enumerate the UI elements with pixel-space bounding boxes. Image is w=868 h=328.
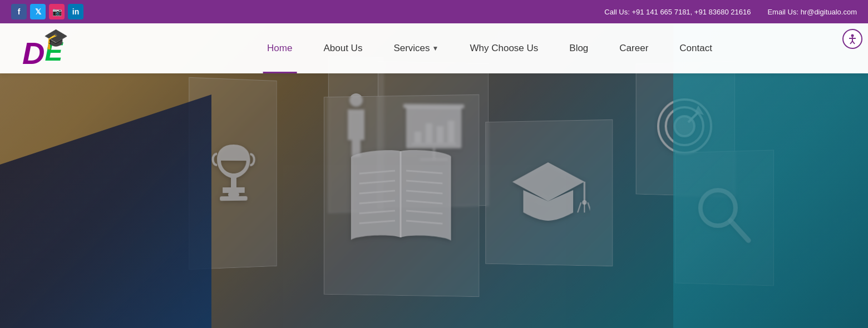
hero-section: 🎓 D E Home About Us Services ▼ Why Choos… <box>0 23 868 328</box>
instagram-icon[interactable]: 📷 <box>49 4 65 19</box>
nav-blog[interactable]: Blog <box>554 23 604 73</box>
svg-point-38 <box>851 34 854 37</box>
contact-info: Call Us: +91 141 665 7181, +91 83680 216… <box>604 8 857 16</box>
call-info: Call Us: +91 141 665 7181, +91 83680 216… <box>604 8 751 16</box>
accessibility-icon <box>847 33 858 44</box>
twitter-icon[interactable]: 𝕏 <box>30 4 46 19</box>
accessibility-button[interactable] <box>842 29 862 49</box>
social-icons: f 𝕏 📷 in <box>11 4 83 19</box>
services-chevron-icon: ▼ <box>432 44 439 52</box>
nav-home[interactable]: Home <box>251 23 308 73</box>
svg-line-42 <box>852 41 855 44</box>
navbar: 🎓 D E Home About Us Services ▼ Why Choos… <box>0 23 868 73</box>
graduation-hat-icon: 🎓 <box>43 27 68 51</box>
top-bar: f 𝕏 📷 in Call Us: +91 141 665 7181, +91 … <box>0 0 868 23</box>
nav-why-choose[interactable]: Why Choose Us <box>454 23 554 73</box>
logo[interactable]: 🎓 D E <box>22 26 111 71</box>
nav-career[interactable]: Career <box>604 23 664 73</box>
nav-contact[interactable]: Contact <box>664 23 728 73</box>
logo-d: D <box>22 35 45 71</box>
nav-about[interactable]: About Us <box>308 23 378 73</box>
main-nav: Home About Us Services ▼ Why Choose Us B… <box>134 23 846 73</box>
nav-services[interactable]: Services ▼ <box>378 23 454 73</box>
linkedin-icon[interactable]: in <box>68 4 83 19</box>
email-info: Email Us: hr@digitualo.com <box>767 8 857 16</box>
facebook-icon[interactable]: f <box>11 4 27 19</box>
